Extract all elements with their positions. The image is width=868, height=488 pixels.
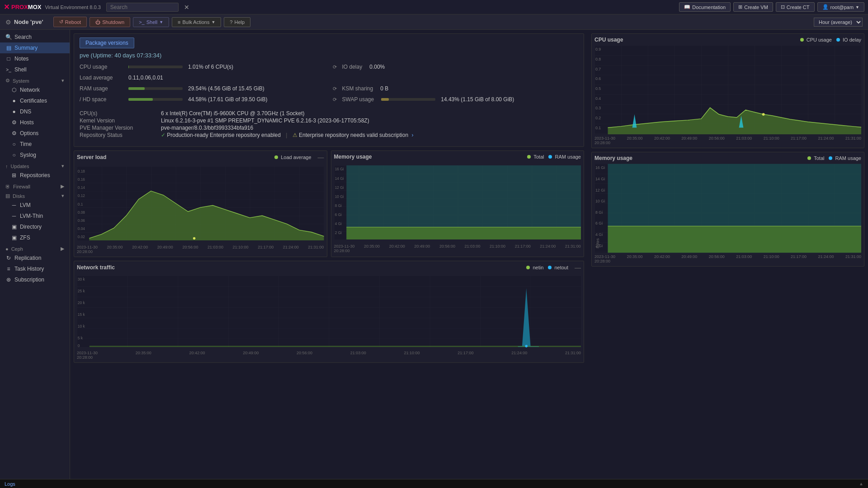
cpu-svg: 0.9 0.8 0.7 0.6 0.5 0.4 0.3 0.2 0.1 % [594, 45, 861, 135]
sidebar-item-repositories[interactable]: ⊞ Repositories [0, 170, 70, 181]
svg-point-12 [193, 237, 195, 239]
ram-progress-bar [128, 87, 183, 90]
network-more-btn[interactable]: — [575, 264, 581, 271]
dns-icon: ● [11, 108, 17, 115]
memory-right-time-labels: 2023-11-3020:28:00 20:35:00 20:42:00 20:… [594, 254, 861, 263]
repo-status-label: Repository Status [80, 132, 161, 138]
user-icon: 👤 [822, 4, 829, 10]
ceph-icon: ● [5, 246, 9, 252]
memory-svg: 16 Gi 14 Gi 12 Gi 10 Gi 8 Gi 6 Gi 4 Gi 2… [334, 162, 581, 243]
shell-icon: >_ [139, 19, 145, 25]
svg-text:0.5: 0.5 [595, 86, 601, 91]
sidebar-item-shell[interactable]: >_ Shell [0, 64, 70, 75]
secondbar: ⚙ Node 'pve' ↺ Reboot ⏻ Shutdown >_ Shel… [0, 14, 868, 30]
hd-space-value: 44.58% (17.61 GiB of 39.50 GiB) [188, 96, 267, 103]
repo-more-link[interactable]: › [411, 132, 413, 138]
sidebar-section-ceph[interactable]: ● Ceph ▶ [0, 243, 70, 253]
svg-text:0.14: 0.14 [78, 186, 85, 190]
directory-icon: ▣ [11, 224, 17, 230]
memory-right-title: Memory usage [594, 155, 632, 161]
node-gear-icon: ⚙ [5, 19, 11, 26]
time-range-selector[interactable]: Hour (average) [814, 18, 863, 27]
sidebar-item-options[interactable]: ⚙ Options [0, 128, 70, 139]
memory-title: Memory usage [334, 154, 372, 160]
replication-icon: ↻ [5, 255, 12, 261]
sidebar-item-network[interactable]: ⬡ Network [0, 84, 70, 95]
sidebar-item-time[interactable]: ○ Time [0, 139, 70, 150]
shell-button[interactable]: >_ Shell ▼ [133, 17, 169, 27]
create-vm-button[interactable]: ⊞ Create VM [733, 2, 773, 12]
sidebar-item-certificates[interactable]: ● Certificates [0, 95, 70, 106]
hd-progress-bar [128, 98, 183, 101]
sidebar-item-task-history[interactable]: ≡ Task History [0, 263, 70, 274]
node-title: Node 'pve' [14, 19, 43, 25]
sidebar-section-firewall[interactable]: ⛨ Firewall ▶ [0, 181, 70, 190]
network-traffic-chart-panel: Network traffic netin netout — [74, 261, 584, 363]
close-icon[interactable]: ✕ [184, 4, 189, 11]
lvmthin-icon: ─ [11, 213, 17, 219]
sidebar-section-system[interactable]: ⚙ System ▾ [0, 75, 70, 84]
network-time-labels: 2023-11-3020:28:00 20:35:00 20:42:00 20:… [77, 351, 581, 360]
svg-text:0.16: 0.16 [78, 178, 85, 182]
documentation-button[interactable]: 📖 Documentation [679, 2, 731, 12]
svg-point-51 [762, 113, 765, 116]
pve-mgr-label: PVE Manager Version [80, 125, 161, 131]
sidebar-search[interactable]: 🔍 Search [0, 32, 70, 42]
sidebar-item-directory[interactable]: ▣ Directory [0, 221, 70, 232]
cpu-usage-dot [800, 38, 804, 42]
sidebar-item-lvm-thin[interactable]: ─ LVM-Thin [0, 211, 70, 221]
metrics-grid: CPU usage 1.01% of 6 CPU(s) ⟳ IO delay 0… [80, 62, 578, 104]
swap-value: 14.43% (1.15 GiB of 8.00 GiB) [441, 96, 514, 103]
sidebar-item-syslog[interactable]: ○ Syslog [0, 150, 70, 160]
user-menu-button[interactable]: 👤 root@pam ▼ [817, 2, 864, 12]
sidebar-item-hosts[interactable]: ⚙ Hosts [0, 117, 70, 128]
svg-text:0.04: 0.04 [78, 227, 85, 231]
hd-label: / HD space [80, 96, 125, 103]
load-avg-legend: Load average [274, 155, 311, 160]
create-ct-button[interactable]: ⊡ Create CT [776, 2, 815, 12]
ram-legend: RAM usage [548, 154, 581, 160]
sidebar-item-summary[interactable]: ▤ Summary [0, 42, 70, 53]
load-avg-value: 0.11,0.06,0.01 [128, 75, 326, 81]
memory-right-title-row: Memory usage Total RAM usage [594, 155, 861, 161]
sidebar-item-subscription[interactable]: ⊛ Subscription [0, 274, 70, 285]
package-versions-button[interactable]: Package versions [80, 38, 134, 48]
shutdown-button[interactable]: ⏻ Shutdown [90, 17, 130, 27]
sidebar-section-updates[interactable]: ↑ Updates ▾ [0, 160, 70, 170]
network-title: Network traffic [77, 264, 115, 271]
svg-text:0.2: 0.2 [595, 116, 601, 120]
subscription-icon: ⊛ [5, 277, 12, 283]
server-load-more-btn[interactable]: — [318, 154, 324, 161]
cpu-usage-row: CPU usage 1.01% of 6 CPU(s) [80, 62, 326, 71]
sidebar-item-zfs[interactable]: ▣ ZFS [0, 232, 70, 243]
search-input[interactable] [106, 3, 179, 12]
help-icon: ? [230, 19, 232, 25]
cpu-usage-legend: CPU usage [800, 37, 832, 42]
sidebar-item-lvm[interactable]: ─ LVM [0, 200, 70, 211]
sidebar-item-notes[interactable]: □ Notes [0, 53, 70, 64]
sidebar-section-disks[interactable]: ▤ Disks ▾ [0, 190, 70, 200]
firewall-expand-icon: ▶ [61, 183, 64, 189]
zfs-icon: ▣ [11, 235, 17, 241]
sidebar-item-dns[interactable]: ● DNS [0, 106, 70, 117]
user-dropdown-arrow: ▼ [855, 5, 859, 9]
statusbar-expand-icon[interactable]: ▲ [859, 481, 863, 486]
reboot-button[interactable]: ↺ Reboot [53, 17, 87, 27]
bulk-actions-button[interactable]: ≡ Bulk Actions ▼ [172, 17, 221, 27]
cpu-usage-label: CPU usage [80, 64, 125, 70]
sidebar-item-replication[interactable]: ↻ Replication [0, 253, 70, 263]
disks-expand-icon: ▾ [61, 193, 64, 199]
svg-text:0.18: 0.18 [78, 169, 85, 174]
shutdown-icon: ⏻ [95, 19, 100, 25]
memory-time-labels: 2023-11-3020:28:00 20:35:00 20:42:00 20:… [334, 244, 581, 253]
bulk-dropdown-arrow: ▼ [211, 20, 215, 24]
help-button[interactable]: ? Help [224, 17, 250, 27]
svg-text:10 Gi: 10 Gi [595, 199, 605, 203]
io-delay-value: 0.00% [369, 64, 578, 70]
logs-label[interactable]: Logs [5, 481, 15, 487]
repo-warn-text: Enterprise repository needs valid subscr… [299, 132, 408, 138]
io-delay-legend: IO delay [836, 37, 861, 42]
total-dot [527, 155, 531, 159]
svg-text:0.06: 0.06 [78, 219, 85, 223]
cpu-chart-title: CPU usage [594, 37, 623, 43]
